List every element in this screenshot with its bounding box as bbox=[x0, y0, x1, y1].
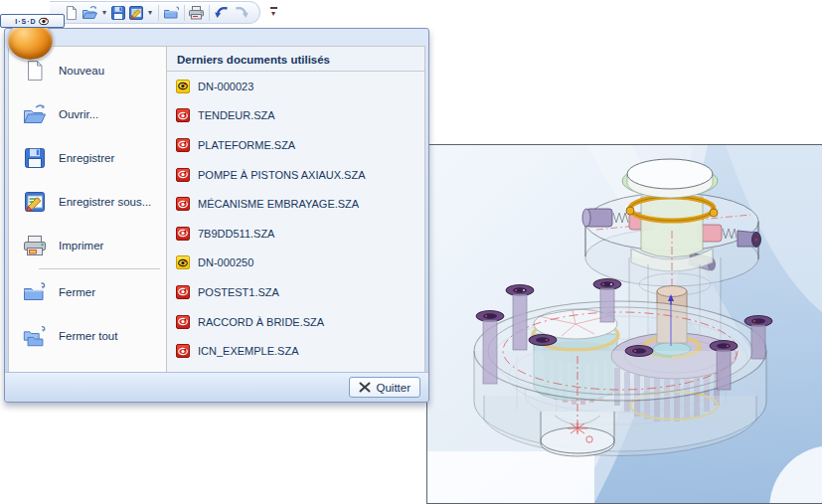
menu-item-fermer[interactable]: Fermer bbox=[9, 270, 166, 314]
recent-item-label: RACCORD À BRIDE.SZA bbox=[198, 316, 324, 328]
menu-item-label: Enregistrer sous... bbox=[59, 196, 151, 208]
sza-file-icon bbox=[176, 168, 190, 182]
sza-file-icon bbox=[176, 138, 190, 152]
recent-item-label: MÉCANISME EMBRAYAGE.SZA bbox=[198, 198, 359, 210]
toolbar-options-icon[interactable]: ▾ bbox=[266, 4, 280, 20]
save-as-icon bbox=[22, 189, 48, 215]
menu-item-fermer-tout[interactable]: Fermer tout bbox=[9, 314, 166, 358]
menu-item-label: Enregistrer bbox=[59, 152, 114, 164]
menu-item-enregistrer-sous[interactable]: Enregistrer sous... bbox=[9, 180, 166, 224]
open-dropdown-icon[interactable]: ▾ bbox=[100, 3, 108, 23]
recent-item-label: DN-000023 bbox=[198, 81, 253, 92]
isd-logo: I·S·D bbox=[0, 14, 65, 28]
quit-button[interactable]: Quitter bbox=[349, 377, 420, 398]
save-icon[interactable] bbox=[110, 3, 126, 23]
recent-item-label: PLATEFORME.SZA bbox=[198, 139, 295, 151]
menu-item-enregistrer[interactable]: Enregistrer bbox=[9, 136, 166, 180]
open-icon[interactable] bbox=[82, 3, 98, 23]
helios-document-icon bbox=[176, 255, 190, 269]
undo-icon[interactable] bbox=[214, 3, 231, 23]
print-icon[interactable] bbox=[188, 3, 205, 23]
recent-item-label: ICN_EXEMPLE.SZA bbox=[198, 345, 298, 357]
recent-item[interactable]: MÉCANISME EMBRAYAGE.SZA bbox=[167, 189, 424, 219]
quick-access-toolbar: ▾ ▾ ▾ bbox=[0, 0, 822, 27]
toolbar-separator bbox=[184, 5, 185, 21]
recent-item[interactable]: RACCORD À BRIDE.SZA bbox=[167, 307, 424, 337]
recent-item[interactable]: DN-000250 bbox=[167, 249, 424, 278]
helios-document-icon bbox=[176, 80, 190, 93]
menu-item-label: Imprimer bbox=[59, 240, 103, 252]
quick-access-toolbar-pill: ▾ ▾ bbox=[50, 1, 260, 24]
recent-item[interactable]: ICN_EXEMPLE.SZA bbox=[167, 336, 424, 366]
menu-bottom-bar: Quitter bbox=[5, 372, 428, 402]
menu-item-label: Fermer bbox=[59, 286, 95, 298]
recent-item-label: POSTEST1.SZA bbox=[198, 286, 279, 298]
toolbar-separator bbox=[209, 5, 210, 21]
close-document-icon[interactable] bbox=[163, 3, 180, 23]
menu-item-label: Nouveau bbox=[59, 65, 104, 77]
isd-logo-text: I·S·D bbox=[15, 18, 36, 25]
open-folder-icon bbox=[22, 101, 48, 127]
recent-item[interactable]: TENDEUR.SZA bbox=[167, 101, 424, 131]
menu-item-imprimer[interactable]: Imprimer bbox=[9, 224, 166, 267]
menu-item-ouvrir[interactable]: Ouvrir... bbox=[9, 92, 166, 136]
toolbar-separator bbox=[158, 5, 159, 21]
eye-icon bbox=[39, 17, 50, 26]
application-window: { "logo": { "text": "I·S·D" }, "toolbar"… bbox=[0, 0, 822, 504]
save-as-icon[interactable] bbox=[128, 3, 144, 23]
recent-item-label: TENDEUR.SZA bbox=[198, 109, 275, 121]
recent-item-label: DN-000250 bbox=[198, 256, 253, 268]
recent-documents-header: Derniers documents utilisés bbox=[167, 47, 424, 72]
menu-commands-pane: Nouveau Ouvrir... Enregistrer bbox=[8, 46, 167, 373]
recent-item[interactable]: PLATEFORME.SZA bbox=[167, 130, 424, 160]
recent-documents-pane: Derniers documents utilisés DN-000023 TE… bbox=[167, 46, 425, 373]
save-icon bbox=[22, 145, 48, 171]
sza-file-icon bbox=[176, 108, 190, 122]
recent-item-label: POMPE À PISTONS AXIAUX.SZA bbox=[198, 169, 366, 181]
sza-file-icon bbox=[176, 197, 190, 211]
menu-separator bbox=[39, 268, 160, 269]
recent-item[interactable]: 7B9DD511.SZA bbox=[167, 219, 424, 249]
recent-item[interactable]: DN-000023 bbox=[167, 72, 424, 101]
menu-item-label: Ouvrir... bbox=[59, 108, 98, 120]
redo-icon[interactable] bbox=[233, 3, 249, 23]
menu-item-label: Fermer tout bbox=[59, 330, 117, 342]
sza-file-icon bbox=[176, 315, 190, 329]
sza-file-icon bbox=[176, 344, 190, 358]
recent-item[interactable]: POMPE À PISTONS AXIAUX.SZA bbox=[167, 160, 424, 190]
printer-icon bbox=[22, 233, 48, 258]
close-folder-icon bbox=[22, 279, 48, 305]
cad-model-pump-assembly bbox=[427, 145, 822, 503]
close-all-folders-icon bbox=[22, 323, 48, 349]
recent-item-label: 7B9DD511.SZA bbox=[198, 228, 274, 240]
3d-viewport[interactable] bbox=[426, 144, 822, 504]
close-icon bbox=[359, 382, 371, 393]
sza-file-icon bbox=[176, 227, 190, 241]
new-document-icon bbox=[22, 58, 48, 84]
new-document-icon[interactable] bbox=[64, 3, 80, 23]
quit-button-label: Quitter bbox=[376, 382, 411, 394]
save-as-dropdown-icon[interactable]: ▾ bbox=[146, 3, 154, 23]
application-menu: Nouveau Ouvrir... Enregistrer bbox=[4, 28, 429, 403]
recent-item[interactable]: POSTEST1.SZA bbox=[167, 277, 424, 307]
sza-file-icon bbox=[176, 285, 190, 299]
